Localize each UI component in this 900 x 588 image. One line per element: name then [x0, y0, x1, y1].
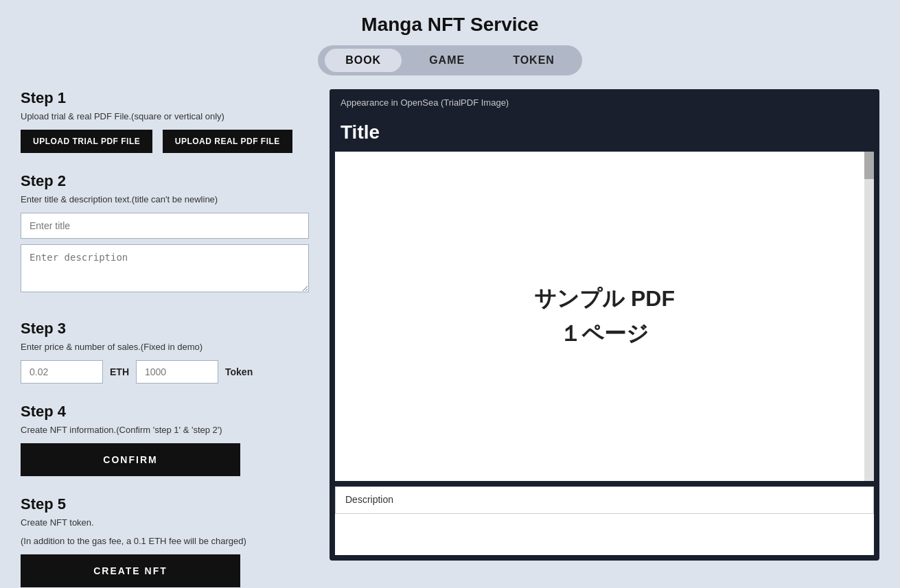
step-1-section: Step 1 Upload trial & real PDF File.(squ…	[21, 89, 309, 153]
step-5-title: Step 5	[21, 495, 309, 513]
price-row: ETH Token	[21, 360, 309, 384]
preview-scrollbar[interactable]	[864, 152, 874, 481]
step-5-desc-line2: (In addition to the gas fee, a 0.1 ETH f…	[21, 536, 309, 546]
step-1-title: Step 1	[21, 89, 309, 107]
step-3-desc: Enter price & number of sales.(Fixed in …	[21, 342, 309, 352]
preview-image-area: サンプル PDF １ページ	[335, 152, 874, 481]
tab-game[interactable]: GAME	[408, 49, 485, 72]
eth-label: ETH	[110, 366, 129, 377]
page-title: Manga NFT Service	[21, 14, 879, 36]
preview-description-bar: Description	[335, 486, 874, 514]
tokens-input[interactable]	[136, 360, 218, 384]
step-5-desc-line1: Create NFT token.	[21, 517, 309, 528]
title-input[interactable]	[21, 213, 309, 239]
preview-title: Title	[330, 116, 879, 152]
step-4-title: Step 4	[21, 403, 309, 421]
step-4-section: Step 4 Create NFT information.(Confirm '…	[21, 403, 309, 476]
right-panel: Appearance in OpenSea (TrialPDF Image) T…	[330, 89, 879, 561]
preview-header-label: Appearance in OpenSea (TrialPDF Image)	[330, 89, 879, 116]
create-nft-button[interactable]: CREATE NFT	[21, 554, 240, 587]
step-3-section: Step 3 Enter price & number of sales.(Fi…	[21, 320, 309, 384]
step-3-title: Step 3	[21, 320, 309, 338]
preview-pdf-text: サンプル PDF １ページ	[534, 281, 675, 351]
page-header: Manga NFT Service BOOK GAME TOKEN	[21, 14, 879, 75]
upload-trial-button[interactable]: UPLOAD TRIAL PDF FILE	[21, 130, 152, 153]
step-4-desc: Create NFT information.(Confirm 'step 1'…	[21, 425, 309, 435]
description-input[interactable]	[21, 244, 309, 292]
tab-token[interactable]: TOKEN	[492, 49, 575, 72]
step-1-desc: Upload trial & real PDF File.(square or …	[21, 111, 309, 121]
preview-description-content	[335, 514, 874, 555]
step-2-title: Step 2	[21, 172, 309, 190]
left-panel: Step 1 Upload trial & real PDF File.(squ…	[21, 89, 309, 588]
preview-container: Appearance in OpenSea (TrialPDF Image) T…	[330, 89, 879, 561]
preview-scrollbar-thumb[interactable]	[864, 152, 874, 179]
price-input[interactable]	[21, 360, 103, 384]
token-label: Token	[225, 366, 253, 377]
main-layout: Step 1 Upload trial & real PDF File.(squ…	[21, 89, 879, 588]
step-2-section: Step 2 Enter title & description text.(t…	[21, 172, 309, 301]
step-5-section: Step 5 Create NFT token. (In addition to…	[21, 495, 309, 587]
tab-bar: BOOK GAME TOKEN	[318, 45, 582, 75]
tab-book[interactable]: BOOK	[325, 49, 402, 72]
confirm-button[interactable]: CONFIRM	[21, 443, 240, 476]
step-2-desc: Enter title & description text.(title ca…	[21, 194, 309, 204]
upload-real-button[interactable]: UPLOAD REAL PDF FILE	[163, 130, 292, 153]
